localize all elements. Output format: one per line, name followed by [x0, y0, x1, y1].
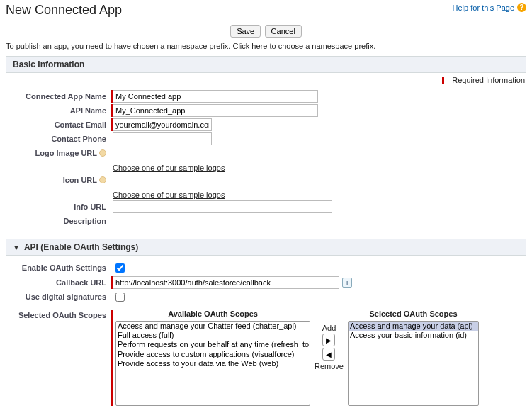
info-icon[interactable]: i [342, 278, 352, 288]
callback-url-input[interactable] [113, 276, 339, 289]
icon-url-input[interactable] [113, 174, 332, 186]
description-input[interactable] [113, 215, 332, 227]
action-bar: Save Cancel [6, 25, 526, 38]
connected-app-name-input[interactable] [113, 90, 318, 103]
hint-icon [99, 176, 106, 183]
choose-sample-icon-link[interactable]: Choose one of our sample logos [113, 191, 225, 199]
add-scope-button[interactable]: ▶ [322, 334, 335, 346]
hint-icon [99, 149, 106, 157]
selected-scopes-list[interactable]: Access and manage your data (api)Access … [348, 321, 479, 406]
section-basic-information: Basic Information [6, 56, 526, 73]
page-title: New Connected App [6, 3, 122, 18]
label-description: Description [63, 217, 106, 225]
label-selected-oauth-scopes: Selected OAuth Scopes [18, 311, 106, 319]
label-connected-app-name: Connected App Name [26, 92, 106, 101]
namespace-prefix-link[interactable]: Click here to choose a namespace prefix [232, 42, 373, 50]
selected-scopes-title: Selected OAuth Scopes [369, 310, 457, 318]
intro-text: To publish an app, you need to have chos… [6, 42, 526, 50]
save-button[interactable]: Save [230, 25, 261, 38]
info-url-input[interactable] [113, 200, 332, 213]
contact-phone-input[interactable] [113, 132, 212, 145]
collapse-icon: ▼ [13, 244, 20, 251]
remove-scope-button[interactable]: ◀ [322, 348, 335, 361]
label-info-url: Info URL [74, 203, 106, 211]
help-icon: ? [517, 3, 526, 12]
label-api-name: API Name [70, 106, 106, 115]
required-info-legend: = Required Information [6, 73, 526, 89]
api-name-input[interactable] [113, 104, 318, 117]
choose-sample-logo-link[interactable]: Choose one of our sample logos [113, 164, 225, 172]
available-scopes-list[interactable]: Access and manage your Chatter feed (cha… [115, 321, 310, 406]
label-digital-signatures: Use digital signatures [26, 293, 106, 301]
label-contact-email: Contact Email [55, 120, 106, 129]
help-for-page-link[interactable]: Help for this Page ? [453, 3, 526, 12]
digital-signatures-checkbox[interactable] [115, 293, 125, 302]
help-label: Help for this Page [453, 4, 514, 12]
cancel-button[interactable]: Cancel [265, 25, 302, 38]
logo-image-url-input[interactable] [113, 147, 332, 159]
remove-label: Remove [315, 362, 344, 370]
enable-oauth-checkbox[interactable] [115, 264, 125, 273]
section-api-oauth[interactable]: ▼ API (Enable OAuth Settings) [6, 239, 526, 256]
label-contact-phone: Contact Phone [51, 135, 106, 143]
add-label: Add [322, 324, 336, 332]
label-logo-image-url: Logo Image URL [35, 149, 97, 157]
label-callback-url: Callback URL [56, 278, 106, 287]
label-icon-url: Icon URL [63, 176, 97, 184]
contact-email-input[interactable] [113, 118, 212, 131]
label-enable-oauth: Enable OAuth Settings [22, 264, 106, 272]
available-scopes-title: Available OAuth Scopes [168, 310, 258, 318]
